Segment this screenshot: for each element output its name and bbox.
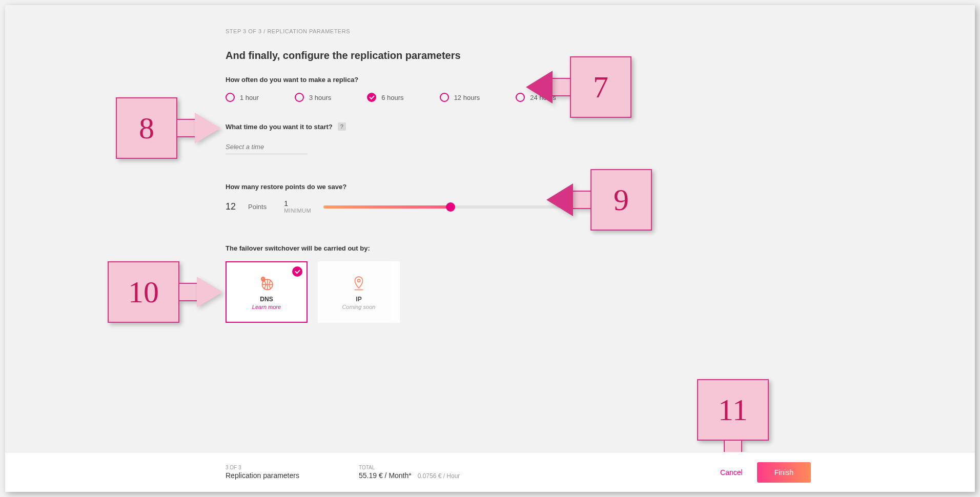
slider-thumb[interactable] [446, 202, 455, 212]
pin-icon [350, 274, 368, 292]
radio-label: 3 hours [309, 94, 331, 101]
restore-unit: Points [248, 203, 267, 211]
annotation-10: 10 [108, 261, 221, 323]
footer-step-name: Replication parameters [226, 471, 359, 480]
radio-12-hours[interactable]: 12 hours [440, 93, 480, 102]
check-icon [292, 266, 302, 277]
breadcrumb-sep: / [263, 28, 266, 34]
slider-min-value: 1 [284, 200, 311, 208]
card-label: IP [356, 296, 361, 303]
footer-total-label: TOTAL [359, 465, 460, 470]
radio-6-hours[interactable]: 6 hours [367, 93, 403, 102]
card-sublabel: Coming soon [342, 304, 376, 310]
annotation-7: 7 [528, 56, 631, 118]
radio-label: 6 hours [381, 94, 403, 101]
radio-icon [226, 93, 235, 102]
slider-min-text: MINIMUM [284, 208, 311, 214]
radio-1-hour[interactable]: 1 hour [226, 93, 259, 102]
footer-monthly-price: 55.19 € / Month* [359, 471, 412, 480]
radio-label: 12 hours [454, 94, 480, 101]
radio-label: 1 hour [240, 94, 259, 101]
footer-step-count: 3 OF 3 [226, 465, 359, 470]
footer-hourly-price: 0.0756 € / Hour [418, 472, 460, 480]
failover-card-ip: IP Coming soon [318, 261, 400, 323]
breadcrumb-name: REPLICATION PARAMETERS [267, 28, 350, 34]
radio-icon [295, 93, 304, 102]
breadcrumb-step: STEP 3 OF 3 [226, 28, 262, 34]
failover-card-dns[interactable]: DNS Learn more [226, 261, 308, 323]
restore-value: 12 [226, 201, 236, 212]
cancel-button[interactable]: Cancel [720, 468, 743, 477]
annotation-9: 9 [548, 169, 652, 231]
radio-icon [367, 93, 376, 102]
svg-point-2 [357, 280, 360, 282]
breadcrumb: STEP 3 OF 3 / REPLICATION PARAMETERS [226, 28, 636, 34]
globe-pin-icon [258, 274, 275, 292]
start-time-question: What time do you want it to start? [226, 123, 333, 131]
finish-button[interactable]: Finish [757, 462, 811, 483]
radio-3-hours[interactable]: 3 hours [295, 93, 331, 102]
failover-question: The failover switchover will be carried … [226, 244, 636, 252]
annotation-8: 8 [116, 97, 219, 159]
slider-fill [323, 205, 451, 209]
slider-min-label: 1 MINIMUM [284, 200, 311, 214]
help-icon[interactable]: ? [338, 122, 346, 131]
footer-bar: 3 OF 3 Replication parameters TOTAL 55.1… [5, 452, 975, 492]
start-time-input[interactable] [226, 140, 308, 154]
card-sublabel: Learn more [252, 304, 281, 310]
svg-point-1 [262, 278, 264, 280]
radio-icon [440, 93, 449, 102]
card-label: DNS [260, 296, 273, 303]
radio-icon [516, 93, 525, 102]
